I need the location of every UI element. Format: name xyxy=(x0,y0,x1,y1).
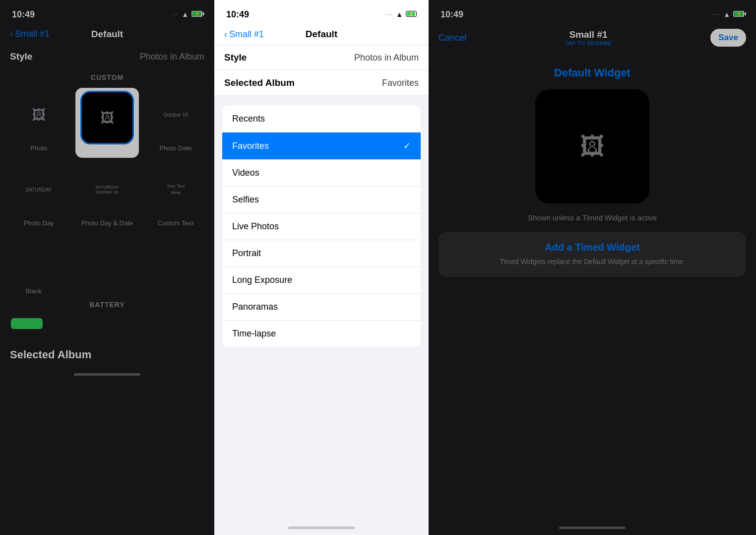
nav-title-right: Small #1 xyxy=(565,29,612,40)
list-item-recents-label: Recents xyxy=(232,114,265,124)
widget-thumb-photo-day: SATURDAY xyxy=(12,163,65,216)
list-item-portrait-label: Portrait xyxy=(232,248,261,259)
photo-day-date-text: SATURDAY October 10 xyxy=(95,185,119,195)
timed-widget-description: Timed Widgets replace the Default Widget… xyxy=(500,257,685,267)
panel-right: 10:49 ··· ▲ ⚡ Cancel Small #1 TAP TO REN… xyxy=(429,0,756,535)
default-widget-caption: Shown unless a Timed Widget is active xyxy=(528,213,657,222)
list-item-favorites-label: Favorites xyxy=(232,141,269,151)
widget-name-photo: Photo xyxy=(30,144,47,152)
battery-icon-left: ⚡ xyxy=(191,10,202,18)
status-icons-right: ··· ▲ ⚡ xyxy=(713,10,744,18)
widget-name-photo-day: Photo Day xyxy=(24,219,54,227)
blank-widget-row: Blank xyxy=(0,231,214,295)
home-indicator-center xyxy=(288,527,355,529)
widget-name-photos-album: Photos in Album xyxy=(84,147,130,155)
style-label-left: Style xyxy=(10,51,32,62)
list-item-panoramas[interactable]: Panoramas xyxy=(222,294,421,321)
list-item-favorites[interactable]: Favorites ✓ xyxy=(222,133,421,160)
save-label-right: Save xyxy=(718,33,738,43)
widget-thumb-photo-day-date: SATURDAY October 10 xyxy=(80,163,134,216)
status-time-left: 10:49 xyxy=(12,9,35,20)
album-list: Recents Favorites ✓ Videos Selfies Live … xyxy=(222,106,421,347)
list-item-long-exposure-label: Long Exposure xyxy=(232,275,292,285)
widget-custom-text[interactable]: Your TextHere Custom Text xyxy=(144,163,207,227)
nav-bar-center: ‹ Small #1 Default xyxy=(214,26,429,45)
timed-widget-section[interactable]: Add a Timed Widget Timed Widgets replace… xyxy=(439,232,746,277)
signal-icon-center: ▲ xyxy=(396,10,403,18)
wifi-icon-center: ··· xyxy=(386,12,393,17)
nav-bar-left: ‹ Small #1 Default xyxy=(0,26,214,44)
list-item-live-photos[interactable]: Live Photos xyxy=(222,213,421,240)
back-button-left[interactable]: ‹ Small #1 xyxy=(10,29,50,39)
widget-photo-day-date[interactable]: SATURDAY October 10 Photo Day & Date xyxy=(75,163,139,227)
cancel-button-right[interactable]: Cancel xyxy=(439,33,466,43)
album-label-center: Selected Album xyxy=(224,77,295,88)
selected-album-label-left: Selected Album xyxy=(10,348,91,361)
photo-icon: 🖼 xyxy=(32,107,46,123)
nav-title-center: Default xyxy=(306,29,337,40)
wifi-icon-right: ··· xyxy=(713,12,720,17)
nav-subtitle-right[interactable]: TAP TO RENAME xyxy=(565,40,612,46)
list-item-timelapse-label: Time-lapse xyxy=(232,329,276,339)
default-widget-preview[interactable]: 🖼 xyxy=(535,89,649,203)
list-item-selfies[interactable]: Selfies xyxy=(222,187,421,213)
widget-name-photo-date: Photo Date xyxy=(159,144,191,152)
list-item-recents[interactable]: Recents xyxy=(222,106,421,133)
chevron-left-icon-center: ‹ xyxy=(224,29,227,40)
album-row-center[interactable]: Selected Album Favorites xyxy=(214,70,429,96)
list-item-timelapse[interactable]: Time-lapse xyxy=(222,321,421,347)
list-item-portrait[interactable]: Portrait xyxy=(222,240,421,267)
back-button-center[interactable]: ‹ Small #1 xyxy=(224,29,264,40)
widget-thumb-blank xyxy=(7,231,61,284)
widget-photos-album[interactable]: 🖼 Photos in Album xyxy=(75,88,139,158)
photo-day-text: SATURDAY xyxy=(26,187,52,193)
status-bar-right: 10:49 ··· ▲ ⚡ xyxy=(429,0,756,26)
list-item-long-exposure[interactable]: Long Exposure xyxy=(222,267,421,294)
style-row-left: Style Photos in Album xyxy=(0,44,214,69)
battery-section-left: BATTERY xyxy=(0,295,214,311)
status-icons-left: ··· ▲ ⚡ xyxy=(172,10,202,18)
signal-icon-right: ▲ xyxy=(723,10,730,18)
widget-name-custom-text: Custom Text xyxy=(158,219,193,227)
widget-name-blank: Blank xyxy=(26,287,42,295)
widget-preview-icon: 🖼 xyxy=(580,132,605,161)
battery-icon-center: ⚡ xyxy=(406,10,417,18)
widget-blank[interactable]: Blank xyxy=(7,231,61,295)
wifi-icon-left: ··· xyxy=(172,12,179,17)
home-indicator-left xyxy=(74,373,140,376)
widget-photo-date[interactable]: October 10 Photo Date xyxy=(144,88,207,158)
widget-thumb-photo: 🖼 xyxy=(12,88,65,141)
chevron-left-icon: ‹ xyxy=(10,29,13,39)
list-item-panoramas-label: Panoramas xyxy=(232,302,278,312)
title-block-right: Small #1 TAP TO RENAME xyxy=(565,29,612,46)
save-button-right[interactable]: Save xyxy=(710,29,746,47)
timed-widget-title: Add a Timed Widget xyxy=(545,242,640,253)
selected-album-row-left: Selected Album xyxy=(0,341,214,368)
style-value-center: Photos in Album xyxy=(354,53,419,63)
status-bar-center: 10:49 ··· ▲ ⚡ xyxy=(214,0,429,26)
list-item-videos[interactable]: Videos xyxy=(222,160,421,187)
list-item-live-photos-label: Live Photos xyxy=(232,221,279,232)
battery-icon-right: ⚡ xyxy=(733,10,744,18)
widget-grid-left: 🖼 Photo 🖼 Photos in Album October 10 Pho… xyxy=(0,84,214,231)
status-icons-center: ··· ▲ ⚡ xyxy=(386,10,417,18)
widget-photo-day[interactable]: SATURDAY Photo Day xyxy=(7,163,70,227)
custom-label-left: CUSTOM xyxy=(91,73,124,81)
status-time-center: 10:49 xyxy=(226,9,249,20)
battery-bar xyxy=(11,318,43,329)
photo-date-text: October 10 xyxy=(163,112,188,118)
style-row-center[interactable]: Style Photos in Album xyxy=(214,45,429,70)
signal-icon-left: ▲ xyxy=(182,10,189,18)
nav-bar-right: Cancel Small #1 TAP TO RENAME Save xyxy=(429,26,756,52)
status-time-right: 10:49 xyxy=(441,9,463,20)
spacer-center xyxy=(214,96,429,102)
panel-center: 10:49 ··· ▲ ⚡ ‹ Small #1 Default Style P… xyxy=(214,0,429,535)
widget-thumb-photo-date: October 10 xyxy=(149,88,202,141)
panel-left: 10:49 ··· ▲ ⚡ ‹ Small #1 Default Style P… xyxy=(0,0,214,535)
style-value-left: Photos in Album xyxy=(140,52,204,62)
list-item-videos-label: Videos xyxy=(232,168,259,178)
custom-section-left: CUSTOM xyxy=(0,69,214,84)
widget-photo[interactable]: 🖼 Photo xyxy=(7,88,70,158)
status-bar-left: 10:49 ··· ▲ ⚡ xyxy=(0,0,214,26)
back-label-center: Small #1 xyxy=(229,29,264,40)
